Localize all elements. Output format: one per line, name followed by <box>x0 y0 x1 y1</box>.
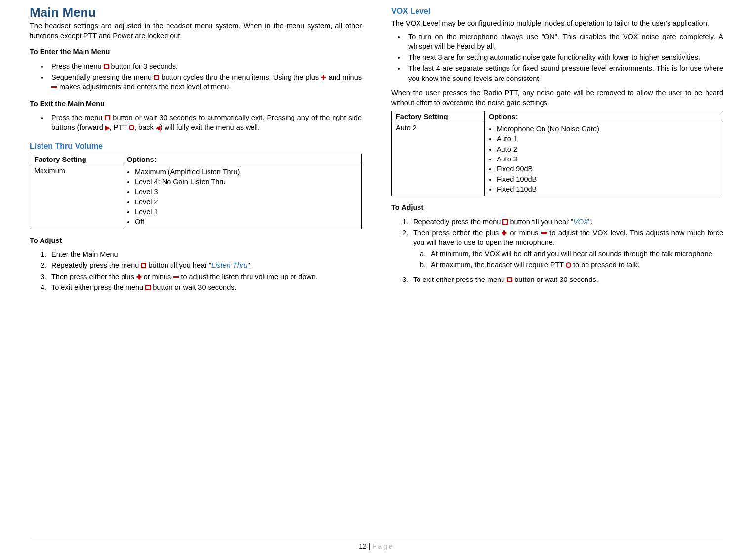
list-item: Fixed 100dB <box>497 174 719 184</box>
vox-adjust-head: To Adjust <box>391 203 723 213</box>
vox-intro: The VOX Level may be configured into mul… <box>391 19 723 29</box>
list-item: Maximum (Amplified Listen Thru) <box>135 167 357 177</box>
enter-item-1: Press the menu button for 3 seconds. <box>48 61 362 71</box>
list-item: Fixed 110dB <box>497 184 719 194</box>
table-header-options: Options: <box>123 154 361 165</box>
plus-icon <box>321 73 326 81</box>
plus-icon <box>502 229 507 237</box>
list-item: Microphone On (No Noise Gate) <box>497 124 719 134</box>
table-header-factory: Factory Setting <box>30 154 123 165</box>
list-item: The last 4 are separate settings for fix… <box>405 63 723 83</box>
list-item: Level 3 <box>135 187 357 197</box>
list-item: Auto 1 <box>497 134 719 144</box>
step-4: To exit either press the menu button or … <box>48 282 362 292</box>
minus-icon <box>51 86 57 88</box>
step-3: To exit either press the menu button or … <box>410 275 723 284</box>
table-row: Auto 2 Microphone On (No Noise Gate) Aut… <box>392 122 723 196</box>
list-item: Fixed 90dB <box>497 164 719 174</box>
ptt-circle-icon <box>566 262 571 268</box>
menu-square-icon <box>154 75 159 80</box>
left-column: Main Menu The headset settings are adjus… <box>30 5 362 297</box>
menu-square-icon <box>104 64 109 69</box>
list-item: Level 4: No Gain Listen Thru <box>135 177 357 187</box>
exit-item-1: Press the menu button or wait 30 seconds… <box>48 113 362 133</box>
vox-term: VOX <box>573 218 588 226</box>
vox-adjust-steps: Repeatedly press the menu button till yo… <box>410 217 723 285</box>
step-2: Then press either the plus or minus to a… <box>410 228 723 270</box>
table-row: Maximum Maximum (Amplified Listen Thru) … <box>30 165 362 229</box>
menu-square-icon <box>502 219 508 225</box>
listen-thru-table: Factory Setting Options: Maximum Maximum… <box>30 154 362 229</box>
list-item: Auto 3 <box>497 154 719 164</box>
step-3: Then press either the plus or minus to a… <box>48 272 362 281</box>
menu-square-icon <box>141 263 146 268</box>
listen-adjust-steps: Enter the Main Menu Repeatedly press the… <box>48 249 362 292</box>
page-label: Page <box>372 542 394 550</box>
enter-main-menu-head: To Enter the Main Menu <box>30 47 362 57</box>
table-header-factory: Factory Setting <box>392 111 485 122</box>
step-2a: At minimum, the VOX will be off and you … <box>428 249 723 259</box>
right-column: VOX Level The VOX Level may be configure… <box>391 5 723 297</box>
step-2: Repeatedly press the menu button till yo… <box>48 260 362 270</box>
factory-cell: Auto 2 <box>392 122 485 196</box>
vox-level-title: VOX Level <box>391 7 723 16</box>
list-item: Off <box>135 217 357 227</box>
minus-icon <box>541 232 547 234</box>
page-number: 12 <box>359 542 367 550</box>
listen-thru-title: Listen Thru Volume <box>30 142 362 151</box>
list-item: The next 3 are for setting automatic noi… <box>405 52 723 62</box>
list-item: Auto 2 <box>497 144 719 154</box>
step-1: Enter the Main Menu <box>48 249 362 259</box>
vox-note: When the user presses the Radio PTT, any… <box>391 88 723 108</box>
minus-icon <box>173 276 179 278</box>
enter-main-menu-list: Press the menu button for 3 seconds. Seq… <box>48 61 362 92</box>
options-cell: Microphone On (No Noise Gate) Auto 1 Aut… <box>484 122 723 196</box>
back-triangle-icon <box>156 123 160 131</box>
step-1: Repeatedly press the menu button till yo… <box>410 217 723 227</box>
forward-triangle-icon <box>105 123 110 131</box>
menu-square-icon <box>145 285 151 290</box>
vox-table: Factory Setting Options: Auto 2 Micropho… <box>391 111 723 196</box>
listen-thru-term: Listen Thru <box>211 261 248 269</box>
table-header-options: Options: <box>484 111 723 122</box>
list-item: Level 2 <box>135 197 357 207</box>
main-menu-title: Main Menu <box>30 5 362 20</box>
exit-main-menu-list: Press the menu button or wait 30 seconds… <box>48 113 362 133</box>
menu-square-icon <box>507 277 512 282</box>
factory-cell: Maximum <box>30 165 123 229</box>
ptt-circle-icon <box>129 125 134 130</box>
enter-item-2: Sequentially pressing the menu button cy… <box>48 72 362 92</box>
step-2b: At maximum, the headset will require PTT… <box>428 260 723 270</box>
listen-adjust-head: To Adjust <box>30 236 362 246</box>
plus-icon <box>136 273 142 280</box>
options-cell: Maximum (Amplified Listen Thru) Level 4:… <box>123 165 361 229</box>
list-item: To turn on the microphone always use "ON… <box>405 32 723 52</box>
list-item: Level 1 <box>135 207 357 217</box>
page-footer: 12 | Page <box>30 539 723 550</box>
vox-bullets: To turn on the microphone always use "ON… <box>405 32 723 83</box>
main-menu-intro: The headset settings are adjusted in the… <box>30 21 362 40</box>
menu-square-icon <box>105 115 110 120</box>
exit-main-menu-head: To Exit the Main Menu <box>30 99 362 109</box>
